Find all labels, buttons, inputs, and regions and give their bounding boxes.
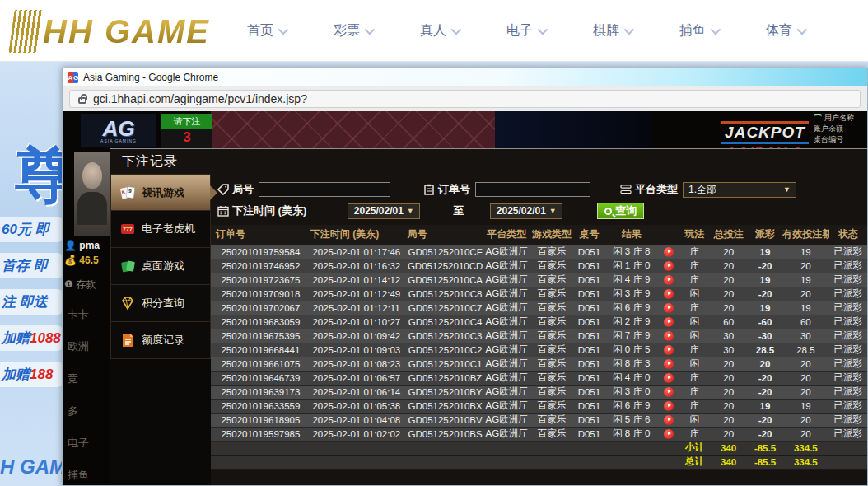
replay-button[interactable] <box>664 429 674 439</box>
replay-button[interactable] <box>664 331 674 341</box>
page-url: gci.1hhapi.com/agingame/pcv1/index.jsp? <box>93 92 307 105</box>
replay-button[interactable] <box>664 275 674 285</box>
calendar-icon <box>217 205 229 217</box>
bet-row: 2502010196335592025-02-01 01:05:38GD0512… <box>211 399 867 413</box>
ag-logo-subtext: ASIA GAMING <box>100 138 137 143</box>
chevron-down-icon <box>624 25 635 35</box>
bet-records-table: 订单号下注时间 (美东)局号平台类型游戏类型桌号结果玩法总投注派彩有效投注额状态… <box>211 225 867 470</box>
bet-row: 2502010195979852025-02-01 01:02:02GD0512… <box>211 427 867 441</box>
panel-main: 局号 订单号 平台类型 1.全部▼ <box>211 174 867 485</box>
countdown-value: 3 <box>161 129 212 148</box>
logo-bars-icon <box>8 10 42 53</box>
order-number-input[interactable] <box>475 182 590 197</box>
menu-item-4[interactable]: 额度记录 <box>110 322 211 359</box>
bet-row: 2502010197236752025-02-01 01:14:12GD0512… <box>211 273 867 287</box>
menu-item-2[interactable]: 桌面游戏 <box>110 248 211 285</box>
svg-text:777: 777 <box>123 227 133 232</box>
chrome-titlebar[interactable]: AG Asia Gaming - Google Chrome <box>63 68 867 86</box>
subtotal-row: 小计340-85.5334.5 <box>211 441 867 455</box>
col-header-8: 玩法 <box>679 225 709 245</box>
replay-button[interactable] <box>664 345 674 355</box>
date-to-picker[interactable]: 2025/02/01▼ <box>490 203 562 219</box>
menu-item-0[interactable]: K9视讯游戏 <box>110 174 211 211</box>
promo-line: 加赠188 <box>0 362 63 387</box>
col-header-0: 订单号 <box>211 225 306 245</box>
promo-line: 注 即送 <box>0 289 63 315</box>
countdown-label: 请下注 <box>161 114 212 129</box>
replay-button[interactable] <box>664 261 674 271</box>
promo-banner: 尊 60元 即首存 即注 即送加赠1088加赠188 H GAM <box>0 62 63 486</box>
window-title: Asia Gaming - Google Chrome <box>83 72 218 83</box>
grand-total-row: 总计340-85.5334.5 <box>211 455 867 469</box>
chevron-down-icon <box>711 25 721 35</box>
platform-type-select[interactable]: 1.全部▼ <box>683 182 796 198</box>
replay-button[interactable] <box>664 247 674 257</box>
promo-big-char: 尊 <box>15 136 63 215</box>
col-header-2: 局号 <box>403 225 483 245</box>
bet-row: 2502010196391732025-02-01 01:06:14GD0512… <box>211 385 867 399</box>
round-number-input[interactable] <box>259 182 390 197</box>
menu-item-1[interactable]: 777电子老虎机 <box>110 211 211 248</box>
player-info: 👤 pma 💰 46.5 ❶ 存款 <box>64 240 114 295</box>
bet-row: 2502010197020672025-02-01 01:12:11GD0512… <box>211 301 867 315</box>
menu-item-3[interactable]: 积分查询 <box>110 285 211 322</box>
table-header-row: 订单号下注时间 (美东)局号平台类型游戏类型桌号结果玩法总投注派彩有效投注额状态 <box>211 225 867 245</box>
promo-line: 首存 即 <box>0 253 63 278</box>
dark-background <box>495 111 651 149</box>
bet-row: 2502010196610752025-02-01 01:08:23GD0512… <box>211 357 867 371</box>
dealer-avatar <box>74 152 110 236</box>
col-header-4: 游戏类型 <box>530 225 573 245</box>
bet-row: 2502010196830592025-02-01 01:10:27GD0512… <box>211 315 867 329</box>
bet-time-label: 下注时间 (美东) <box>217 203 306 218</box>
chrome-window: AG Asia Gaming - Google Chrome gci.1hhap… <box>62 68 868 486</box>
order-number-label: 订单号 <box>423 182 470 197</box>
bet-records-panel: 下注记录 K9视讯游戏777电子老虎机桌面游戏积分查询额度记录 局号 订单号 <box>110 148 867 485</box>
bet-table-body: 2502010197595842025-02-01 01:17:46GD0512… <box>211 245 867 469</box>
promo-line: 60元 即 <box>0 217 63 242</box>
nav-item-4[interactable]: 棋牌 <box>593 22 632 40</box>
bet-row: 2502010196753952025-02-01 01:09:42GD0512… <box>211 329 867 343</box>
replay-button[interactable] <box>664 359 674 369</box>
clipboard-icon <box>423 184 435 195</box>
wifi-icon <box>814 114 822 120</box>
replay-button[interactable] <box>664 387 674 397</box>
records-icon <box>119 332 136 348</box>
nav-item-0[interactable]: 首页 <box>247 22 286 40</box>
lock-icon[interactable] <box>78 97 86 104</box>
col-header-1: 下注时间 (美东) <box>306 225 403 245</box>
col-header-9: 总投注 <box>710 225 748 245</box>
address-bar[interactable]: gci.1hhapi.com/agingame/pcv1/index.jsp? <box>69 90 861 108</box>
nav-item-2[interactable]: 真人 <box>420 22 459 40</box>
search-button[interactable]: 查询 <box>597 203 644 219</box>
chevron-down-icon <box>538 25 548 35</box>
replay-button[interactable] <box>664 289 674 299</box>
nav-item-3[interactable]: 电子 <box>506 22 545 40</box>
replay-button[interactable] <box>664 401 674 411</box>
baccarat-table-background <box>211 111 495 149</box>
bet-row: 2502010196684412025-02-01 01:09:03GD0512… <box>211 343 867 357</box>
ag-logo-text: AG <box>103 119 135 138</box>
chevron-down-icon <box>451 25 462 35</box>
date-from-picker[interactable]: 2025/02/01▼ <box>348 203 420 219</box>
replay-button[interactable] <box>664 303 674 313</box>
account-info: 用户名称 账户余额 桌台编号 <box>814 113 867 145</box>
col-header-3: 平台类型 <box>483 225 530 245</box>
replay-button[interactable] <box>664 373 674 383</box>
col-header-11: 有效投注额 <box>782 225 828 245</box>
nav-item-1[interactable]: 彩票 <box>334 22 372 40</box>
nav-item-5[interactable]: 捕鱼 <box>679 22 718 40</box>
chevron-down-icon <box>365 25 376 35</box>
deposit-label[interactable]: 存款 <box>76 278 96 290</box>
table-games-icon <box>119 258 136 274</box>
col-header-10: 派彩 <box>748 225 782 245</box>
player-balance: 46.5 <box>79 255 98 266</box>
game-page: AG ASIA GAMING 请下注 3 JACKPOT 1,947,211.6… <box>63 111 867 485</box>
replay-button[interactable] <box>664 317 674 327</box>
col-header-12: 状态 <box>829 225 867 245</box>
bet-row: 2502010197469522025-02-01 01:16:32GD0512… <box>211 259 867 273</box>
player-username: pma <box>79 240 100 251</box>
search-icon <box>604 208 612 215</box>
promo-footer-logo: H GAM <box>0 456 63 479</box>
nav-item-6[interactable]: 体育 <box>766 22 805 40</box>
replay-button[interactable] <box>664 415 674 425</box>
